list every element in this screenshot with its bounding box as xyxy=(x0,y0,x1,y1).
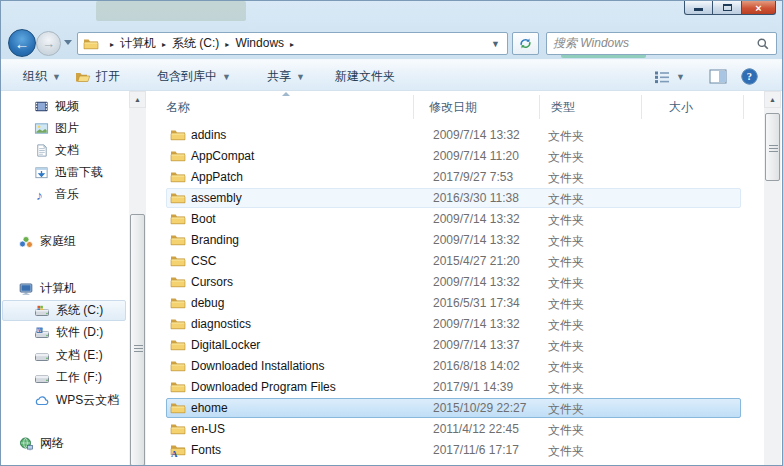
sidebar-item-音乐[interactable]: ♪音乐 xyxy=(34,184,79,205)
file-date-modified: 2011/4/12 22:45 xyxy=(433,422,519,436)
forward-button[interactable]: → xyxy=(36,31,61,56)
sidebar-item-家庭组[interactable]: 家庭组 xyxy=(18,231,76,252)
toolbar-button-共享[interactable]: 共享▼ xyxy=(263,66,309,87)
column-header-修改日期[interactable]: 修改日期 xyxy=(429,99,477,116)
toolbar-button-组织[interactable]: 组织▼ xyxy=(19,66,65,87)
sidebar-item-WPS云文档[interactable]: WPS云文档 xyxy=(34,390,119,411)
close-button[interactable]: × xyxy=(742,1,776,15)
file-name: DigitalLocker xyxy=(191,338,260,352)
caret-down-icon: ▼ xyxy=(52,72,61,82)
file-date-modified: 2009/7/14 13:32 xyxy=(433,317,520,331)
sidebar-item-图片[interactable]: 图片 xyxy=(34,118,79,139)
column-header-名称[interactable]: 名称 xyxy=(166,99,190,116)
column-divider[interactable] xyxy=(413,95,414,119)
column-divider[interactable] xyxy=(743,95,744,119)
caret-down-icon: ▼ xyxy=(222,72,231,82)
breadcrumb-item[interactable]: 系统 (C:) xyxy=(172,36,219,50)
preview-pane-button[interactable] xyxy=(709,66,727,87)
table-row-Branding[interactable]: Branding2009/7/14 13:32文件夹 xyxy=(158,230,764,251)
toolbar-button-label: 组织 xyxy=(23,68,47,85)
toolbar-button-打开[interactable]: 打开 xyxy=(71,66,124,87)
sidebar-item-工作 (F:)[interactable]: 工作 (F:) xyxy=(34,367,102,388)
file-name: AppPatch xyxy=(191,170,243,184)
change-view-button[interactable]: ▼ xyxy=(654,66,685,87)
breadcrumb-separator-icon: ▸ xyxy=(225,40,229,49)
list-scrollbar[interactable]: ▲ xyxy=(764,91,781,466)
sidebar-item-label: 计算机 xyxy=(40,280,76,297)
scroll-up-icon[interactable]: ▲ xyxy=(129,91,146,108)
sidebar-item-label: 网络 xyxy=(40,435,64,452)
breadcrumb-separator-icon: ▸ xyxy=(162,40,166,49)
column-header-类型[interactable]: 类型 xyxy=(551,99,575,116)
help-button[interactable]: ? xyxy=(741,66,758,87)
table-row-Cursors[interactable]: Cursors2009/7/14 13:32文件夹 xyxy=(158,272,764,293)
column-header-大小[interactable]: 大小 xyxy=(669,99,693,116)
video-icon xyxy=(34,99,49,114)
table-row-Boot[interactable]: Boot2009/7/14 13:32文件夹 xyxy=(158,209,764,230)
sidebar-item-软件 (D:)[interactable]: W软件 (D:) xyxy=(34,322,103,343)
table-row-ehome[interactable]: ehome2015/10/29 22:27文件夹 xyxy=(158,398,764,419)
sidebar-item-label: 软件 (D:) xyxy=(56,324,103,341)
breadcrumb-item[interactable]: Windows xyxy=(235,36,284,50)
table-row-addins[interactable]: addins2009/7/14 13:32文件夹 xyxy=(158,125,764,146)
sidebar-item-网络[interactable]: 网络 xyxy=(18,433,64,454)
table-row-Fonts[interactable]: AFonts2017/11/6 17:17文件夹 xyxy=(158,440,764,461)
toolbar-button-包含到库中[interactable]: 包含到库中▼ xyxy=(153,66,235,87)
table-row-AppPatch[interactable]: AppPatch2017/9/27 7:53文件夹 xyxy=(158,167,764,188)
sidebar-item-计算机[interactable]: 计算机 xyxy=(18,278,76,299)
file-name: Downloaded Program Files xyxy=(191,380,336,394)
minimize-button[interactable] xyxy=(684,1,713,15)
sidebar-item-文档[interactable]: 文档 xyxy=(34,140,79,161)
folder-icon xyxy=(170,232,186,248)
sidebar-item-文档 (E:)[interactable]: 文档 (E:) xyxy=(34,345,103,366)
table-row-assembly[interactable]: assembly2016/3/30 11:38文件夹 xyxy=(158,188,764,209)
computer-icon xyxy=(18,281,34,297)
column-divider[interactable] xyxy=(641,95,642,119)
sidebar-item-label: 视频 xyxy=(55,98,79,115)
table-row-diagnostics[interactable]: diagnostics2009/7/14 13:32文件夹 xyxy=(158,314,764,335)
table-row-en-US[interactable]: en-US2011/4/12 22:45文件夹 xyxy=(158,419,764,440)
folder-icon xyxy=(170,316,186,332)
table-row-DigitalLocker[interactable]: DigitalLocker2009/7/14 13:37文件夹 xyxy=(158,335,764,356)
file-name: en-US xyxy=(191,422,225,436)
scroll-up-icon[interactable]: ▲ xyxy=(764,91,781,108)
table-row-debug[interactable]: debug2016/5/31 17:34文件夹 xyxy=(158,293,764,314)
folder-icon xyxy=(170,148,186,164)
homegroup-icon xyxy=(18,234,34,250)
recent-pages-chevron-icon[interactable] xyxy=(64,40,72,45)
glass-artifact xyxy=(96,1,246,21)
address-bar[interactable]: ▸计算机▸系统 (C:)▸Windows▸ ▼ xyxy=(77,32,508,55)
breadcrumb-item[interactable]: 计算机 xyxy=(120,36,156,50)
table-row-Downloaded Program Files[interactable]: Downloaded Program Files2017/9/1 14:39文件… xyxy=(158,377,764,398)
table-row-partial[interactable] xyxy=(158,461,764,466)
table-row-CSC[interactable]: CSC2015/4/27 21:20文件夹 xyxy=(158,251,764,272)
file-name: debug xyxy=(191,296,224,310)
sidebar-item-迅雷下载[interactable]: 迅雷下载 xyxy=(34,162,103,183)
folder-icon xyxy=(170,127,186,143)
table-row-Downloaded Installations[interactable]: Downloaded Installations2016/8/18 14:02文… xyxy=(158,356,764,377)
folder-icon xyxy=(170,169,186,185)
table-row-AppCompat[interactable]: AppCompat2009/7/14 11:20文件夹 xyxy=(158,146,764,167)
search-input[interactable]: 搜索 Windows xyxy=(546,32,777,55)
file-name: assembly xyxy=(191,191,242,205)
svg-text:A: A xyxy=(171,449,178,459)
column-divider[interactable] xyxy=(539,95,540,119)
svg-text:♪: ♪ xyxy=(36,188,43,202)
sidebar-scrollbar[interactable]: ▲ xyxy=(129,91,146,466)
sidebar-item-系统 (C:)[interactable]: 系统 (C:) xyxy=(34,300,103,321)
refresh-button[interactable] xyxy=(512,32,539,55)
network-icon xyxy=(18,436,34,452)
sidebar-item-视频[interactable]: 视频 xyxy=(34,96,79,117)
back-button[interactable]: ← xyxy=(8,29,36,57)
file-type: 文件夹 xyxy=(548,128,584,145)
toolbar-button-新建文件夹[interactable]: 新建文件夹 xyxy=(331,66,399,87)
file-date-modified: 2009/7/14 13:37 xyxy=(433,338,520,352)
file-name: CSC xyxy=(191,254,216,268)
sidebar-scrollbar-thumb[interactable] xyxy=(130,214,145,466)
maximize-button[interactable] xyxy=(713,1,742,15)
file-name: diagnostics xyxy=(191,317,251,331)
address-dropdown-icon[interactable]: ▼ xyxy=(491,39,500,49)
folder-icon xyxy=(170,421,186,437)
list-scrollbar-thumb[interactable] xyxy=(765,113,780,181)
sort-ascending-icon xyxy=(282,92,290,96)
